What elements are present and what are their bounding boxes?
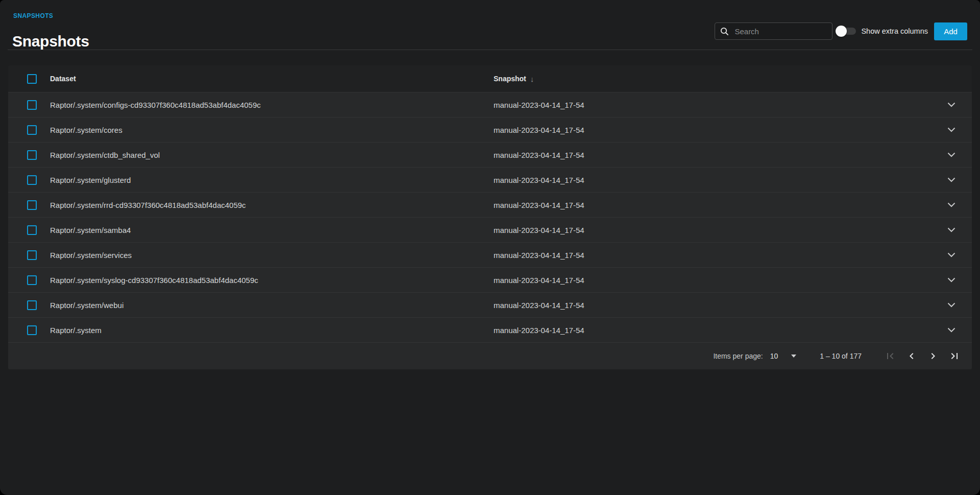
next-page-button[interactable]	[926, 349, 940, 363]
chevron-down-icon	[947, 177, 955, 182]
first-page-icon	[884, 350, 896, 362]
dataset-cell: Raptor/.system/samba4	[50, 226, 494, 234]
caret-down-icon	[791, 355, 796, 358]
expand-cell	[931, 300, 972, 310]
expand-row-button[interactable]	[945, 300, 958, 310]
snapshot-cell: manual-2023-04-14_17-54	[494, 301, 931, 310]
chevron-down-icon	[947, 127, 955, 132]
row-checkbox-cell	[8, 250, 50, 260]
column-header-dataset[interactable]: Dataset	[50, 75, 494, 83]
snapshots-page: SNAPSHOTS Snapshots Show extra columns A…	[0, 0, 980, 495]
snapshot-cell: manual-2023-04-14_17-54	[494, 251, 931, 260]
expand-row-button[interactable]	[945, 325, 958, 335]
row-checkbox[interactable]	[27, 225, 37, 235]
toggle-thumb	[836, 26, 847, 37]
search-box[interactable]	[715, 22, 832, 40]
row-checkbox-cell	[8, 125, 50, 135]
select-all-cell	[8, 74, 50, 84]
table-row[interactable]: Raptor/.system/syslog-cd93307f360c4818ad…	[8, 267, 972, 292]
paginator: Items per page: 10 1 – 10 of 177	[8, 342, 972, 369]
row-checkbox[interactable]	[27, 175, 37, 185]
expand-cell	[931, 175, 972, 184]
row-checkbox[interactable]	[27, 125, 37, 135]
row-checkbox[interactable]	[27, 150, 37, 160]
add-button[interactable]: Add	[934, 22, 967, 40]
table-row[interactable]: Raptor/.system/rrd-cd93307f360c4818ad53a…	[8, 192, 972, 217]
snapshots-table: Dataset Snapshot ↓ Raptor/.system/config…	[8, 65, 972, 369]
page-title: Snapshots	[12, 33, 89, 50]
chevron-down-icon	[947, 302, 955, 308]
row-checkbox[interactable]	[27, 250, 37, 260]
snapshot-cell: manual-2023-04-14_17-54	[494, 276, 931, 285]
row-checkbox-cell	[8, 225, 50, 235]
show-extra-columns-label: Show extra columns	[861, 27, 928, 35]
chevron-down-icon	[947, 152, 955, 157]
row-checkbox-cell	[8, 325, 50, 335]
expand-row-button[interactable]	[945, 150, 958, 159]
chevron-down-icon	[947, 252, 955, 257]
chevron-down-icon	[947, 327, 955, 333]
table-row[interactable]: Raptor/.system/webui manual-2023-04-14_1…	[8, 292, 972, 317]
table-row[interactable]: Raptor/.system/cores manual-2023-04-14_1…	[8, 117, 972, 142]
dataset-cell: Raptor/.system/webui	[50, 301, 494, 310]
table-row[interactable]: Raptor/.system/services manual-2023-04-1…	[8, 242, 972, 267]
expand-cell	[931, 100, 972, 109]
expand-row-button[interactable]	[945, 200, 958, 209]
table-row[interactable]: Raptor/.system/samba4 manual-2023-04-14_…	[8, 217, 972, 242]
row-checkbox[interactable]	[27, 200, 37, 210]
row-checkbox[interactable]	[27, 100, 37, 110]
table-body: Raptor/.system/configs-cd93307f360c4818a…	[8, 92, 972, 342]
row-checkbox[interactable]	[27, 325, 37, 335]
table-row[interactable]: Raptor/.system manual-2023-04-14_17-54	[8, 317, 972, 342]
last-page-icon	[948, 350, 961, 362]
items-per-page-select[interactable]	[791, 355, 796, 358]
table-row[interactable]: Raptor/.system/ctdb_shared_vol manual-20…	[8, 142, 972, 167]
column-header-snapshot[interactable]: Snapshot ↓	[494, 75, 931, 83]
select-all-checkbox[interactable]	[27, 74, 37, 84]
paginator-range-label: 1 – 10 of 177	[820, 352, 862, 360]
dataset-cell: Raptor/.system/ctdb_shared_vol	[50, 151, 494, 159]
expand-cell	[931, 225, 972, 234]
expand-row-button[interactable]	[945, 100, 958, 109]
expand-row-button[interactable]	[945, 125, 958, 134]
expand-cell	[931, 275, 972, 285]
row-checkbox-cell	[8, 275, 50, 285]
expand-row-button[interactable]	[945, 225, 958, 234]
search-input[interactable]	[733, 27, 837, 36]
snapshot-cell: manual-2023-04-14_17-54	[494, 326, 931, 335]
row-checkbox[interactable]	[27, 300, 37, 310]
last-page-button[interactable]	[947, 349, 962, 363]
expand-cell	[931, 150, 972, 159]
chevron-down-icon	[947, 202, 955, 207]
row-checkbox-cell	[8, 150, 50, 160]
snapshot-cell: manual-2023-04-14_17-54	[494, 151, 931, 159]
row-checkbox-cell	[8, 300, 50, 310]
first-page-button[interactable]	[883, 349, 897, 363]
expand-cell	[931, 200, 972, 209]
expand-cell	[931, 325, 972, 335]
snapshot-cell: manual-2023-04-14_17-54	[494, 101, 931, 109]
table-row[interactable]: Raptor/.system/glusterd manual-2023-04-1…	[8, 167, 972, 192]
previous-page-button[interactable]	[904, 349, 919, 363]
header-controls: Show extra columns Add	[715, 22, 967, 40]
row-checkbox-cell	[8, 200, 50, 210]
row-checkbox[interactable]	[27, 275, 37, 285]
row-checkbox-cell	[8, 100, 50, 110]
sort-descending-icon: ↓	[530, 75, 534, 83]
snapshot-cell: manual-2023-04-14_17-54	[494, 176, 931, 184]
dataset-cell: Raptor/.system/cores	[50, 126, 494, 134]
dataset-cell: Raptor/.system/glusterd	[50, 176, 494, 184]
expand-row-button[interactable]	[945, 250, 958, 260]
show-extra-columns-toggle[interactable]	[836, 26, 856, 37]
breadcrumb[interactable]: SNAPSHOTS	[13, 12, 53, 19]
table-row[interactable]: Raptor/.system/configs-cd93307f360c4818a…	[8, 92, 972, 117]
table-header-row: Dataset Snapshot ↓	[8, 65, 972, 92]
expand-row-button[interactable]	[945, 275, 958, 285]
dataset-cell: Raptor/.system/configs-cd93307f360c4818a…	[50, 101, 494, 109]
expand-cell	[931, 125, 972, 134]
snapshot-cell: manual-2023-04-14_17-54	[494, 201, 931, 209]
chevron-left-icon	[905, 350, 918, 362]
header-divider	[8, 50, 972, 50]
snapshot-cell: manual-2023-04-14_17-54	[494, 126, 931, 134]
expand-row-button[interactable]	[945, 175, 958, 184]
